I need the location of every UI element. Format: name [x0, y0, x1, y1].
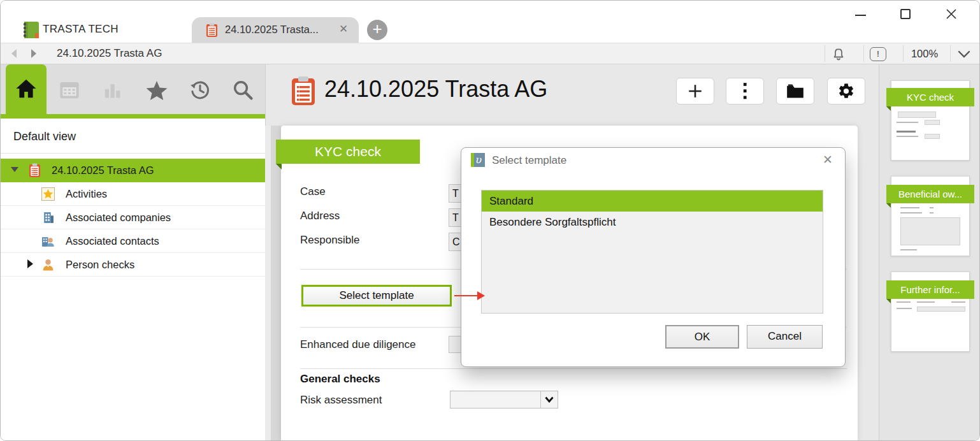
clipboard-icon	[206, 23, 218, 38]
activities-star-icon	[41, 187, 55, 201]
plus-icon	[687, 83, 703, 99]
tree-item-case[interactable]: 24.10.2025 Trasta AG	[1, 159, 265, 182]
tree-item-activities[interactable]: Activities	[1, 182, 265, 206]
tree-item-label: Associated contacts	[66, 229, 159, 252]
trasta-logo-icon	[22, 21, 40, 39]
expand-expander-icon[interactable]	[27, 259, 33, 268]
dropdown-button[interactable]	[540, 391, 558, 408]
favorites-star-icon[interactable]	[145, 80, 168, 101]
back-button[interactable]	[10, 48, 18, 59]
more-options-button[interactable]	[726, 78, 764, 105]
scrollbar[interactable]	[271, 126, 281, 441]
chevron-down-icon	[545, 396, 554, 403]
folder-button[interactable]	[776, 78, 814, 105]
person-icon	[41, 258, 55, 271]
tree-item-label: Associated companies	[66, 206, 171, 229]
add-button[interactable]	[676, 78, 714, 105]
general-checks-heading: General checks	[300, 373, 380, 386]
default-view-label: Default view	[13, 130, 76, 143]
field-label-risk-assessment: Risk assessment	[300, 394, 382, 407]
window-maximize-button[interactable]	[900, 9, 911, 19]
tree-item-label: 24.10.2025 Trasta AG	[52, 159, 154, 182]
folder-icon	[786, 83, 804, 99]
alerts-icon[interactable]: !	[870, 47, 886, 61]
divider	[903, 45, 904, 62]
thumbnail-banner-fold	[886, 299, 891, 303]
divider	[1, 153, 265, 154]
divider	[950, 45, 951, 62]
new-tab-button[interactable]: +	[367, 20, 387, 40]
settings-button[interactable]	[827, 78, 865, 105]
breadcrumb: 24.10.2025 Trasta AG	[57, 47, 162, 60]
contacts-icon	[41, 235, 55, 248]
calendar-icon[interactable]	[59, 80, 80, 99]
annotation-arrow-head	[477, 291, 485, 300]
window-close-button[interactable]	[946, 8, 957, 20]
field-label-enhanced-due-diligence: Enhanced due diligence	[300, 338, 415, 351]
document-tab-label: 24.10.2025 Trasta...	[225, 24, 333, 36]
thumbnail-banner: Beneficial ow...	[886, 185, 974, 203]
page-title: 24.10.2025 Trasta AG	[324, 76, 547, 103]
dialog-logo-icon: υ	[471, 153, 485, 167]
gear-icon	[837, 82, 855, 100]
collapse-expander-icon[interactable]	[11, 167, 18, 172]
chevron-down-icon[interactable]	[958, 50, 970, 59]
kebab-menu-icon	[742, 82, 747, 100]
application-window: TRASTA TECH 24.10.2025 Trasta... ✕ +	[0, 0, 980, 441]
statistics-icon[interactable]	[103, 81, 122, 99]
annotation-arrow	[454, 295, 479, 296]
tree-item-label: Person checks	[66, 253, 134, 276]
field-label-case: Case	[300, 185, 326, 198]
select-template-dialog: υ Select template ✕ Standard Besondere S…	[461, 147, 846, 367]
tree-item-person-checks[interactable]: Person checks	[1, 253, 265, 277]
select-template-button[interactable]: Select template	[301, 285, 452, 307]
tab-close-icon[interactable]: ✕	[336, 22, 350, 36]
forward-button[interactable]	[30, 48, 38, 59]
tree-item-label: Activities	[66, 182, 107, 205]
companies-building-icon	[41, 211, 55, 224]
clipboard-icon	[291, 75, 316, 108]
gutter	[265, 126, 271, 441]
section-banner: KYC check	[276, 140, 420, 164]
ok-button[interactable]: OK	[665, 325, 739, 349]
thumbnail-banner-fold	[886, 106, 891, 111]
banner-fold	[276, 164, 282, 170]
dialog-close-icon[interactable]: ✕	[821, 152, 835, 168]
template-list: Standard Besondere Sorgfaltspflicht	[481, 190, 823, 314]
dialog-title: Select template	[492, 154, 566, 167]
field-label-address: Address	[300, 210, 340, 222]
home-tab[interactable]: TRASTA TECH	[43, 23, 119, 36]
tree-item-associated-contacts[interactable]: Associated contacts	[1, 229, 265, 253]
clipboard-icon	[29, 163, 41, 178]
history-icon[interactable]	[189, 80, 211, 101]
field-label-responsible: Responsible	[300, 234, 360, 247]
divider	[863, 45, 864, 62]
template-list-item-besondere[interactable]: Besondere Sorgfaltspflicht	[482, 212, 823, 233]
thumbnail-banner: KYC check	[886, 88, 974, 106]
window-minimize-button[interactable]	[855, 15, 866, 16]
home-icon	[15, 78, 37, 99]
risk-assessment-dropdown[interactable]	[450, 391, 558, 408]
divider	[825, 45, 825, 62]
cancel-button[interactable]: Cancel	[747, 325, 823, 349]
template-list-item-standard[interactable]: Standard	[482, 191, 823, 212]
divider	[300, 368, 847, 369]
title-bar: TRASTA TECH 24.10.2025 Trasta... ✕ +	[1, 1, 980, 43]
tree-item-associated-companies[interactable]: Associated companies	[1, 206, 265, 229]
notifications-bell-icon[interactable]	[831, 47, 846, 62]
thumbnail-banner: Further infor...	[886, 280, 974, 299]
search-icon[interactable]	[233, 80, 254, 101]
sidebar-accent-bar	[1, 114, 265, 119]
thumbnail-banner-fold	[886, 203, 891, 208]
zoom-level: 100%	[908, 48, 941, 60]
